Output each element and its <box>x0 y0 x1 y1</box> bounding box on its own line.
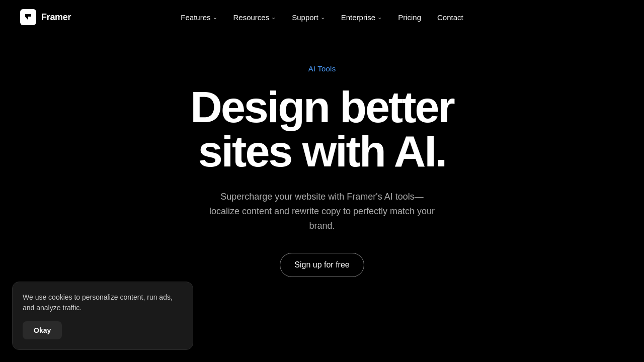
logo-icon <box>20 9 36 25</box>
cookie-message: We use cookies to personalize content, r… <box>23 292 183 313</box>
nav-enterprise[interactable]: Enterprise ⌄ <box>335 9 388 26</box>
chevron-down-icon: ⌄ <box>320 14 325 21</box>
brand-name: Framer <box>41 12 71 23</box>
chevron-down-icon: ⌄ <box>271 14 276 21</box>
cookie-okay-button[interactable]: Okay <box>23 321 62 339</box>
nav-pricing[interactable]: Pricing <box>392 9 427 26</box>
signup-button[interactable]: Sign up for free <box>280 253 364 277</box>
hero-subtitle: Supercharge your website with Framer's A… <box>206 190 438 233</box>
nav-resources[interactable]: Resources ⌄ <box>227 9 282 26</box>
hero-eyebrow: AI Tools <box>308 64 336 73</box>
hero-section: AI Tools Design better sites with AI. Su… <box>0 34 644 277</box>
chevron-down-icon: ⌄ <box>213 14 217 21</box>
chevron-down-icon: ⌄ <box>377 14 382 21</box>
cookie-banner: We use cookies to personalize content, r… <box>12 282 193 350</box>
hero-title: Design better sites with AI. <box>190 85 453 173</box>
brand: Framer <box>20 9 71 25</box>
nav-links: Features ⌄ Resources ⌄ Support ⌄ Enterpr… <box>175 9 469 26</box>
nav-support[interactable]: Support ⌄ <box>286 9 331 26</box>
nav-features[interactable]: Features ⌄ <box>175 9 223 26</box>
nav-contact[interactable]: Contact <box>431 9 469 26</box>
navbar: Framer Features ⌄ Resources ⌄ Support ⌄ … <box>0 0 644 34</box>
